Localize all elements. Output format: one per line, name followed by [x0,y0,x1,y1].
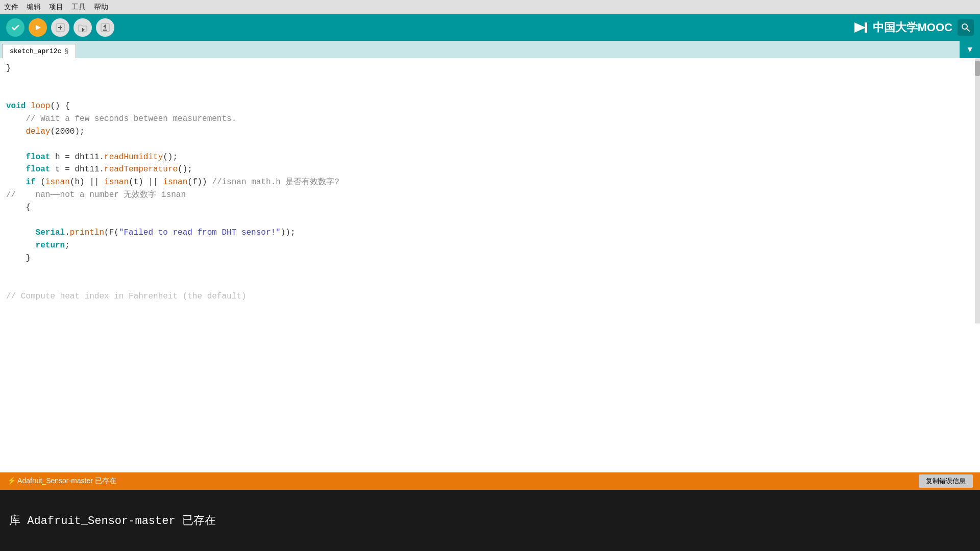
status-message: ⚡ Adafruit_Sensor-master 已存在 [7,477,116,486]
code-editor[interactable]: } void loop() { // Wait a few seconds be… [0,58,980,472]
code-line: { [6,202,974,214]
code-line [6,88,974,101]
code-line: float h = dht11.readHumidity(); [6,151,974,164]
code-line [6,214,974,227]
menu-project[interactable]: 项目 [49,3,63,12]
svg-rect-10 [865,22,867,33]
code-line: return; [6,239,974,252]
mooc-logo: 中国大学MOOC [851,18,952,37]
verify-button[interactable] [6,18,24,37]
console-area: 库 Adafruit_Sensor-master 已存在 [0,490,980,551]
code-line: delay(2000); [6,126,974,138]
mooc-logo-icon [851,18,870,37]
search-icon [961,23,970,32]
tab-sketch[interactable]: sketch_apr12c § [2,44,76,58]
code-line [6,265,974,278]
code-line: } [6,252,974,265]
code-partial-line: // Compute heat index in Fahrenheit (the… [0,290,980,301]
console-text: 库 Adafruit_Sensor-master 已存在 [9,513,216,528]
toolbar-right: 中国大学MOOC [851,18,974,37]
tabbar: sketch_apr12c § ▼ [0,41,980,58]
copy-error-button[interactable]: 复制错误信息 [919,474,973,488]
statusbar: ⚡ Adafruit_Sensor-master 已存在 复制错误信息 [0,472,980,490]
toolbar: 中国大学MOOC [0,14,980,41]
code-line: if (isnan(h) || isnan(t) || isnan(f)) //… [6,176,974,189]
menu-file[interactable]: 文件 [4,3,18,12]
scroll-thumb[interactable] [975,61,980,76]
code-line [6,138,974,151]
code-line: float t = dht11.readTemperature(); [6,163,974,176]
tab-dirty-indicator: § [64,47,68,55]
code-line: // Wait a few seconds between measuremen… [6,113,974,126]
tab-label: sketch_apr12c [10,47,61,55]
code-line: // nan——not a number 无效数字 isnan [6,189,974,202]
svg-line-12 [967,29,969,31]
code-content: } void loop() { // Wait a few seconds be… [0,58,980,290]
save-button[interactable] [96,18,114,37]
code-line [6,278,974,290]
code-line: } [6,62,974,75]
menubar: 文件 编辑 项目 工具 帮助 [0,0,980,14]
mooc-text: 中国大学MOOC [873,20,952,35]
menu-edit[interactable]: 编辑 [27,3,41,12]
open-file-button[interactable] [74,18,92,37]
search-button[interactable] [958,19,974,36]
code-line [6,75,974,88]
menu-help[interactable]: 帮助 [94,3,108,12]
code-line: void loop() { [6,100,974,113]
tab-dropdown-button[interactable]: ▼ [960,41,980,58]
tab-bar-right: ▼ [76,41,980,58]
new-file-button[interactable] [51,18,69,37]
code-line: Serial.println(F("Failed to read from DH… [6,227,974,239]
upload-button[interactable] [29,18,47,37]
menu-tools[interactable]: 工具 [71,3,86,12]
scrollbar[interactable] [975,58,980,323]
